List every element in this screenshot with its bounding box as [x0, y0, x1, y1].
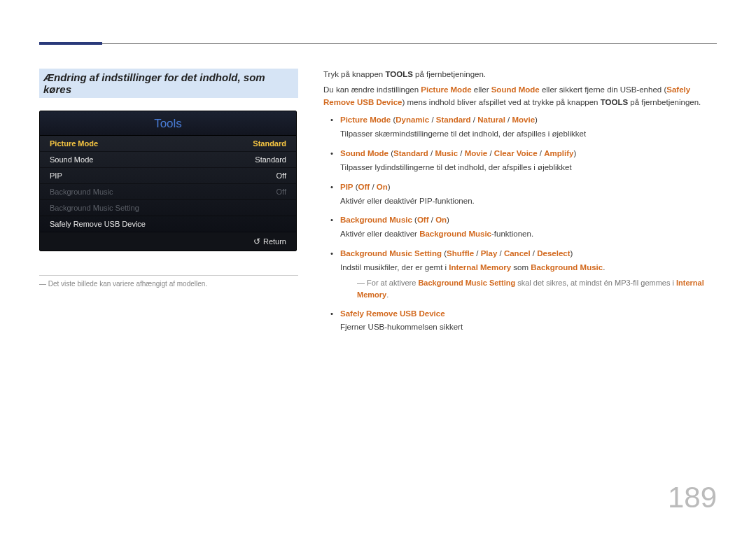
image-caption: Det viste billede kan variere afhængigt … [39, 275, 298, 288]
option-note: For at aktivere Background Music Setting… [357, 277, 717, 301]
option-bgm: Background Music (Off / On) Aktivér elle… [323, 214, 717, 241]
page-content: Ændring af indstillinger for det indhold… [0, 0, 756, 341]
tools-header: Tools [40, 111, 296, 136]
menu-label: PIP [50, 171, 62, 180]
intro-line-1: Tryk på knappen TOOLS på fjernbetjeninge… [323, 69, 717, 81]
menu-row-safe-remove[interactable]: Safely Remove USB Device [40, 216, 296, 232]
top-divider [39, 43, 717, 44]
tools-menu: Tools Picture Mode Standard Sound Mode S… [39, 111, 297, 251]
menu-row-bgm-setting: Background Music Setting [40, 200, 296, 216]
menu-value: Standard [253, 139, 286, 148]
menu-label: Background Music [50, 188, 113, 196]
option-desc: Fjerner USB-hukommelsen sikkert [340, 321, 717, 334]
menu-row-picture-mode[interactable]: Picture Mode Standard [40, 136, 296, 152]
menu-row-pip[interactable]: PIP Off [40, 168, 296, 184]
accent-bar [39, 42, 102, 45]
option-desc: Aktivér eller deaktiver Background Music… [340, 228, 717, 241]
intro-line-2: Du kan ændre indstillingen Picture Mode … [323, 84, 717, 109]
menu-label: Background Music Setting [50, 204, 139, 212]
return-label: Return [263, 237, 286, 246]
option-safely-remove: Safely Remove USB Device Fjerner USB-huk… [323, 308, 717, 335]
menu-label: Picture Mode [50, 139, 98, 148]
menu-label: Sound Mode [50, 155, 93, 164]
options-list: Picture Mode (Dynamic / Standard / Natur… [323, 114, 717, 334]
section-title: Ændring af indstillinger for det indhold… [39, 69, 298, 98]
option-desc: Indstil musikfiler, der er gemt i Intern… [340, 262, 717, 274]
option-desc: Tilpasser skærmindstillingerne til det i… [340, 128, 717, 141]
option-desc: Aktivér eller deaktivér PIP-funktionen. [340, 195, 717, 208]
menu-row-bgm: Background Music Off [40, 184, 296, 200]
option-sound-mode: Sound Mode (Standard / Music / Movie / C… [323, 148, 717, 174]
menu-value: Off [276, 188, 286, 196]
tools-footer: ↺Return [40, 232, 296, 251]
menu-value: Standard [255, 155, 286, 164]
option-picture-mode: Picture Mode (Dynamic / Standard / Natur… [323, 114, 717, 141]
menu-value: Off [276, 171, 286, 180]
option-desc: Tilpasser lydindstillingerne til det ind… [340, 162, 717, 174]
option-bgm-setting: Background Music Setting (Shuffle / Play… [323, 248, 717, 301]
left-column: Ændring af indstillinger for det indhold… [39, 69, 298, 341]
return-icon: ↺ [253, 237, 260, 246]
right-column: Tryk på knappen TOOLS på fjernbetjeninge… [323, 69, 717, 341]
option-pip: PIP (Off / On) Aktivér eller deaktivér P… [323, 181, 717, 208]
menu-row-sound-mode[interactable]: Sound Mode Standard [40, 152, 296, 168]
menu-label: Safely Remove USB Device [50, 220, 146, 228]
page-number: 189 [668, 481, 717, 514]
